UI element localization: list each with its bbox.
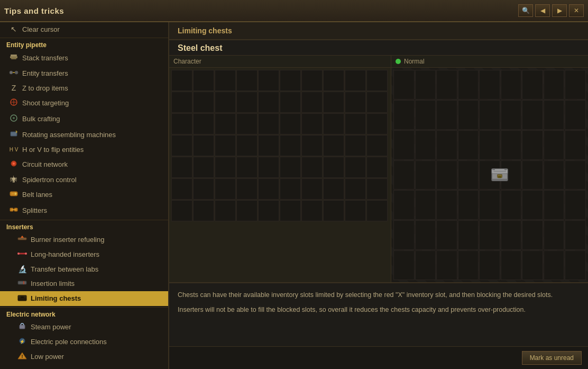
inv-slot[interactable] <box>323 70 344 91</box>
inv-slot[interactable] <box>193 200 214 221</box>
inv-slot[interactable] <box>171 70 192 91</box>
inv-slot[interactable] <box>301 113 323 134</box>
inv-slot[interactable] <box>366 92 388 113</box>
inv-slot[interactable] <box>193 178 214 200</box>
inv-slot[interactable] <box>366 113 388 134</box>
inv-slot[interactable] <box>258 113 279 134</box>
inv-slot[interactable] <box>236 92 258 113</box>
mark-unread-button[interactable]: Mark as unread <box>522 351 582 365</box>
sidebar-item-bulk-crafting[interactable]: Bulk crafting <box>0 111 168 127</box>
inv-slot[interactable] <box>215 70 236 91</box>
inv-slot[interactable] <box>215 157 236 178</box>
sidebar-item-shoot-targeting[interactable]: Shoot targeting <box>0 95 168 111</box>
inv-slot[interactable] <box>280 200 301 221</box>
prev-button[interactable]: ◀ <box>535 4 550 17</box>
preview-slot <box>458 100 479 130</box>
sidebar-item-circuit-network[interactable]: Circuit network <box>0 157 168 173</box>
inv-slot[interactable] <box>258 200 279 221</box>
inv-slot[interactable] <box>215 200 236 221</box>
inv-slot[interactable] <box>215 113 236 134</box>
inv-slot[interactable] <box>301 157 323 178</box>
inv-slot[interactable] <box>280 113 301 134</box>
inv-slot[interactable] <box>236 135 258 156</box>
inv-slot[interactable] <box>323 135 344 156</box>
inv-slot[interactable] <box>236 113 258 134</box>
preview-slot <box>415 130 436 160</box>
inv-slot[interactable] <box>171 92 192 113</box>
long-hand-icon <box>17 250 27 259</box>
inv-slot[interactable] <box>345 178 366 200</box>
sidebar-item-low-power[interactable]: ! Low power <box>0 349 168 364</box>
inv-slot[interactable] <box>236 70 258 91</box>
inv-slot[interactable] <box>215 135 236 156</box>
sidebar-item-clear-cursor[interactable]: ↖ Clear cursor <box>0 22 168 37</box>
sidebar-item-label: Clear cursor <box>22 25 60 33</box>
sidebar-item-stack-transfers[interactable]: Stack transfers <box>0 50 168 66</box>
inv-slot[interactable] <box>366 157 388 178</box>
inv-slot[interactable] <box>258 178 279 200</box>
sidebar-item-limiting-chests[interactable]: Limiting chests <box>0 291 168 306</box>
inv-slot[interactable] <box>236 200 258 221</box>
inv-slot[interactable] <box>280 70 301 91</box>
sidebar-item-insertion-limits[interactable]: Insertion limits <box>0 276 168 291</box>
next-button[interactable]: ▶ <box>552 4 567 17</box>
inv-slot[interactable] <box>171 157 192 178</box>
inv-slot[interactable] <box>171 178 192 200</box>
inv-slot[interactable] <box>280 135 301 156</box>
inv-slot[interactable] <box>193 157 214 178</box>
inv-slot[interactable] <box>345 135 366 156</box>
inv-slot[interactable] <box>366 70 388 91</box>
sidebar-item-hv-flip[interactable]: H V H or V to flip entities <box>0 143 168 157</box>
inv-slot[interactable] <box>280 92 301 113</box>
sidebar-item-steam-power[interactable]: Steam power <box>0 320 168 335</box>
inv-slot[interactable] <box>345 200 366 221</box>
inv-slot[interactable] <box>258 70 279 91</box>
inv-slot[interactable] <box>323 113 344 134</box>
inv-slot[interactable] <box>366 200 388 221</box>
inv-slot[interactable] <box>301 70 323 91</box>
sidebar-item-splitters[interactable]: Splitters <box>0 203 168 219</box>
inv-slot[interactable] <box>323 200 344 221</box>
sidebar-item-entity-transfers[interactable]: Entity transfers <box>0 66 168 81</box>
sidebar-item-z-drop[interactable]: Z Z to drop items <box>0 81 168 95</box>
inv-slot[interactable] <box>345 113 366 134</box>
close-button[interactable]: ✕ <box>569 4 584 17</box>
inv-slot[interactable] <box>215 178 236 200</box>
inv-slot[interactable] <box>323 157 344 178</box>
sidebar-item-rotating-machines[interactable]: Rotating assembling machines <box>0 127 168 143</box>
inv-slot[interactable] <box>345 92 366 113</box>
inv-slot[interactable] <box>301 200 323 221</box>
inv-slot[interactable] <box>366 178 388 200</box>
inv-slot[interactable] <box>345 157 366 178</box>
sidebar-item-electric-pole[interactable]: ⚡ Electric pole connections <box>0 335 168 349</box>
sidebar-item-label: H or V to flip entities <box>22 146 84 154</box>
inv-slot[interactable] <box>193 113 214 134</box>
inv-slot[interactable] <box>193 135 214 156</box>
inv-slot[interactable] <box>258 92 279 113</box>
inv-slot[interactable] <box>280 178 301 200</box>
inv-slot[interactable] <box>193 70 214 91</box>
inv-slot[interactable] <box>236 178 258 200</box>
sidebar-item-transfer-labs[interactable]: 🔬 Transfer between labs <box>0 262 168 276</box>
sidebar-item-burner-refueling[interactable]: Burner inserter refueling <box>0 232 168 247</box>
inv-slot[interactable] <box>171 135 192 156</box>
inv-slot[interactable] <box>323 92 344 113</box>
search-button[interactable]: 🔍 <box>518 4 533 17</box>
inv-slot[interactable] <box>215 92 236 113</box>
inv-slot[interactable] <box>171 113 192 134</box>
inv-slot[interactable] <box>301 178 323 200</box>
inv-slot[interactable] <box>345 70 366 91</box>
sidebar-item-spidertron[interactable]: 🕷 Spidertron control <box>0 173 168 187</box>
inv-slot[interactable] <box>193 92 214 113</box>
inv-slot[interactable] <box>258 157 279 178</box>
inv-slot[interactable] <box>301 135 323 156</box>
inv-slot[interactable] <box>236 157 258 178</box>
sidebar-item-belt-lanes[interactable]: Belt lanes <box>0 187 168 203</box>
sidebar-item-long-handed[interactable]: Long-handed inserters <box>0 247 168 262</box>
inv-slot[interactable] <box>171 200 192 221</box>
inv-slot[interactable] <box>258 135 279 156</box>
inv-slot[interactable] <box>280 157 301 178</box>
inv-slot[interactable] <box>366 135 388 156</box>
inv-slot[interactable] <box>323 178 344 200</box>
inv-slot[interactable] <box>301 92 323 113</box>
